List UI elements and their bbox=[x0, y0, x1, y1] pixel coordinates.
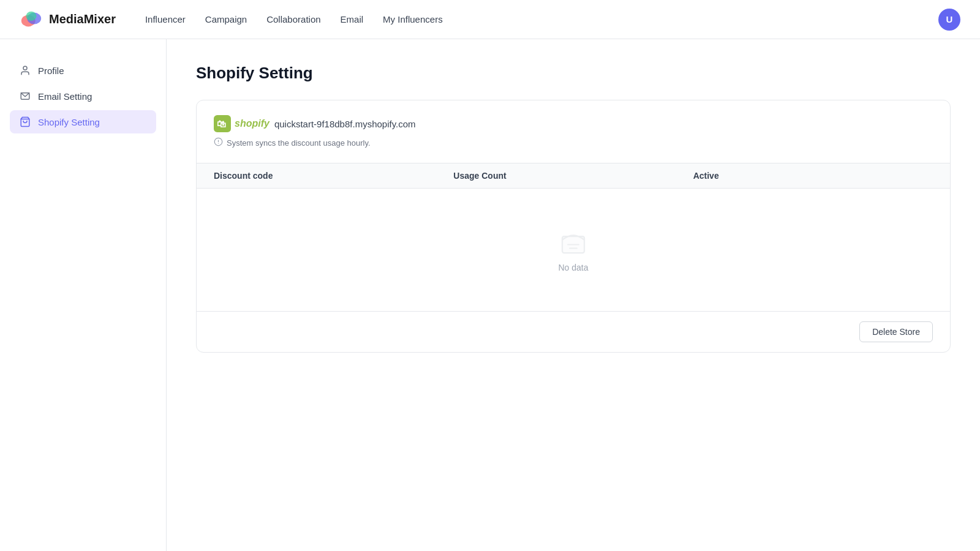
user-avatar[interactable]: U bbox=[938, 9, 960, 31]
info-icon bbox=[214, 137, 223, 148]
shopify-brand-icon: 🛍 bbox=[214, 115, 231, 132]
profile-icon bbox=[20, 65, 31, 76]
card-footer: Delete Store bbox=[197, 311, 950, 352]
col-active: Active bbox=[693, 171, 933, 181]
nav-links: Influencer Campaign Collaboration Email … bbox=[145, 12, 443, 27]
main-content: Shopify Setting 🛍 shopify quickstart-9f1… bbox=[167, 39, 980, 551]
sidebar-item-profile-label: Profile bbox=[38, 66, 64, 76]
navbar: MediaMixer Influencer Campaign Collabora… bbox=[0, 0, 980, 39]
shopify-setting-icon bbox=[20, 116, 31, 127]
page-title: Shopify Setting bbox=[196, 64, 951, 83]
shopify-wordmark: shopify bbox=[235, 118, 270, 129]
email-setting-icon bbox=[20, 91, 31, 102]
nav-item-campaign[interactable]: Campaign bbox=[205, 12, 247, 27]
sync-note: System syncs the discount usage hourly. bbox=[214, 137, 933, 148]
no-data-text: No data bbox=[558, 263, 588, 272]
sync-note-text: System syncs the discount usage hourly. bbox=[227, 138, 371, 148]
no-data-icon bbox=[559, 227, 588, 257]
col-discount-code: Discount code bbox=[214, 171, 453, 181]
brand-logo[interactable]: MediaMixer bbox=[20, 8, 116, 31]
table-body: No data bbox=[197, 189, 950, 311]
sidebar: Profile Email Setting Shopify Setting bbox=[0, 39, 167, 551]
sidebar-item-email-setting[interactable]: Email Setting bbox=[10, 84, 156, 108]
shopify-logo-badge: 🛍 shopify bbox=[214, 115, 270, 132]
brand-logo-icon bbox=[20, 8, 43, 31]
nav-item-email[interactable]: Email bbox=[341, 12, 364, 27]
sidebar-item-profile[interactable]: Profile bbox=[10, 59, 156, 82]
svg-point-3 bbox=[23, 66, 27, 70]
brand-name: MediaMixer bbox=[49, 12, 116, 26]
svg-text:🛍: 🛍 bbox=[217, 119, 226, 129]
navbar-right: U bbox=[938, 9, 960, 31]
shopify-card: 🛍 shopify quickstart-9f18db8f.myshopify.… bbox=[196, 100, 951, 353]
layout: Profile Email Setting Shopify Setting bbox=[0, 39, 980, 551]
col-usage-count: Usage Count bbox=[453, 171, 693, 181]
card-header: 🛍 shopify quickstart-9f18db8f.myshopify.… bbox=[197, 100, 950, 163]
sidebar-item-email-setting-label: Email Setting bbox=[38, 91, 92, 102]
sidebar-item-shopify-setting[interactable]: Shopify Setting bbox=[10, 110, 156, 133]
delete-store-button[interactable]: Delete Store bbox=[859, 321, 933, 342]
svg-point-2 bbox=[26, 11, 36, 20]
shopify-store-row: 🛍 shopify quickstart-9f18db8f.myshopify.… bbox=[214, 115, 933, 132]
shopify-store-url: quickstart-9f18db8f.myshopify.com bbox=[274, 119, 416, 129]
table-header: Discount code Usage Count Active bbox=[197, 163, 950, 189]
nav-item-my-influencers[interactable]: My Influencers bbox=[383, 12, 443, 27]
no-data-container: No data bbox=[558, 227, 588, 272]
nav-item-collaboration[interactable]: Collaboration bbox=[266, 12, 320, 27]
sidebar-item-shopify-setting-label: Shopify Setting bbox=[38, 117, 100, 127]
nav-item-influencer[interactable]: Influencer bbox=[145, 12, 186, 27]
